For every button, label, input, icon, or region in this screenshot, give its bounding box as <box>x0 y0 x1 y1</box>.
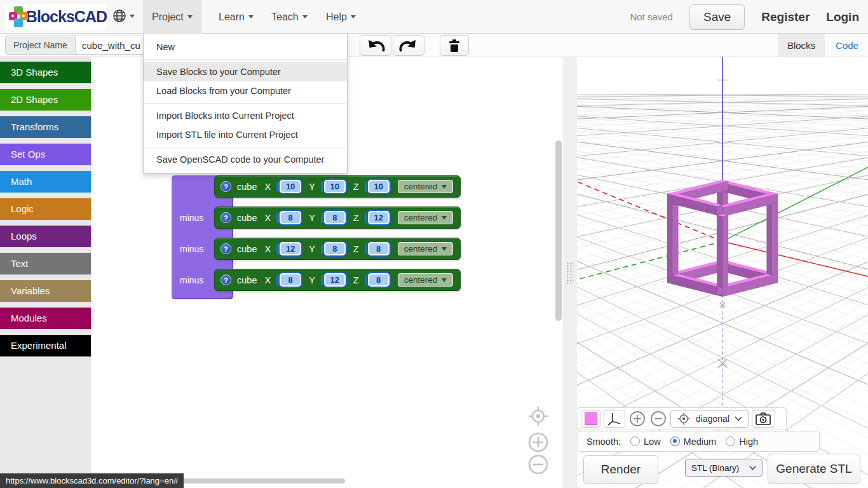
trash-icon <box>446 37 463 54</box>
redo-button[interactable] <box>393 35 424 56</box>
toggle-axes-button[interactable] <box>604 410 625 428</box>
viewport-zoom-in-button[interactable] <box>628 410 646 428</box>
z-value-field[interactable]: 8 <box>368 242 390 255</box>
splitter-handle[interactable] <box>566 262 574 285</box>
sidebar-item-transforms[interactable]: Transforms <box>0 116 91 138</box>
cube-block-row: minus?cubeX8Y8Z12centered <box>179 207 461 229</box>
x-param-label: X <box>264 275 271 285</box>
sidebar-item-modules[interactable]: Modules <box>0 308 91 329</box>
project-menu-button[interactable]: Project <box>143 0 202 34</box>
viewport-zoom-out-button[interactable] <box>649 410 667 428</box>
smooth-radio-medium[interactable]: Medium <box>670 437 717 447</box>
sidebar-item-text[interactable]: Text <box>0 253 91 274</box>
x-value-field[interactable]: 10 <box>280 180 301 193</box>
blockscad-logo-icon <box>9 6 22 28</box>
cube-block[interactable]: ?cubeX8Y12Z8centered <box>214 269 461 291</box>
menu-item-new[interactable]: New <box>144 37 347 57</box>
render-button[interactable]: Render <box>583 455 658 484</box>
login-link[interactable]: Login <box>826 10 859 24</box>
x-param-label: X <box>264 213 271 223</box>
view-target-icon <box>677 412 691 426</box>
sidebar-item-variables[interactable]: Variables <box>0 280 91 302</box>
language-globe-button[interactable] <box>112 8 135 24</box>
blockscad-logo[interactable]: BlocksCAD <box>5 4 107 30</box>
sidebar-item-experimental[interactable]: Experimental <box>0 335 91 356</box>
tab-code[interactable]: Code <box>830 34 864 57</box>
x-value-field[interactable]: 12 <box>280 242 301 255</box>
sidebar-item-math[interactable]: Math <box>0 171 91 193</box>
axes-icon <box>607 411 622 426</box>
save-status-text: Not saved <box>630 11 673 22</box>
panel-splitter[interactable] <box>563 57 577 488</box>
sidebar-item-2d-shapes[interactable]: 2D Shapes <box>0 89 91 111</box>
smooth-radio-high[interactable]: High <box>726 437 758 447</box>
menu-item-save-openscad-code-to-your-computer[interactable]: Save OpenSCAD code to your Computer <box>144 150 347 169</box>
z-value-field[interactable]: 12 <box>368 211 390 224</box>
block-category-sidebar: 3D Shapes2D ShapesTransformsSet OpsMathL… <box>0 57 91 488</box>
y-value-field[interactable]: 10 <box>324 180 346 193</box>
z-value-field[interactable]: 8 <box>368 273 390 287</box>
radio-icon <box>630 437 640 446</box>
help-menu-button[interactable]: Help <box>317 0 365 34</box>
stl-format-select[interactable]: STL (Binary) <box>685 459 763 477</box>
help-icon[interactable]: ? <box>220 212 231 223</box>
model-color-button[interactable] <box>581 410 600 428</box>
viewport-toolbar: diagonal <box>578 407 787 430</box>
zoom-out-button[interactable] <box>529 456 547 473</box>
radio-icon <box>670 437 680 446</box>
sidebar-item-set-ops[interactable]: Set Ops <box>0 144 91 165</box>
help-icon[interactable]: ? <box>220 181 231 192</box>
centered-dropdown[interactable]: centered <box>398 211 454 224</box>
menu-item-save-blocks-to-your-computer[interactable]: Save Blocks to your Computer <box>144 62 347 81</box>
x-value-field[interactable]: 8 <box>280 273 301 287</box>
zoom-in-button[interactable] <box>529 433 547 451</box>
dropdown-caret-icon <box>442 185 447 189</box>
z-value-field[interactable]: 10 <box>368 180 390 193</box>
screenshot-button[interactable] <box>752 410 775 428</box>
undo-button[interactable] <box>360 35 391 56</box>
view-preset-select[interactable]: diagonal <box>670 410 749 428</box>
cube-block-row: minus?cubeX8Y12Z8centered <box>179 269 461 291</box>
sidebar-item-logic[interactable]: Logic <box>0 198 91 220</box>
cube-block[interactable]: ?cubeX8Y8Z12centered <box>214 207 461 229</box>
workspace-horizontal-scrollbar[interactable] <box>161 478 345 484</box>
sidebar-item-3d-shapes[interactable]: 3D Shapes <box>0 62 91 83</box>
model-wireframe-cube[interactable] <box>667 180 778 297</box>
cube-block[interactable]: ?cubeX12Y8Z8centered <box>214 238 461 260</box>
register-link[interactable]: Register <box>761 10 810 24</box>
zoom-reset-button[interactable] <box>529 407 548 426</box>
trash-button[interactable] <box>440 35 469 56</box>
y-param-label: Y <box>309 182 315 192</box>
x-value-field[interactable]: 8 <box>280 211 301 224</box>
sidebar-item-loops[interactable]: Loops <box>0 226 91 247</box>
y-param-label: Y <box>309 213 315 223</box>
generate-stl-button[interactable]: Generate STL <box>768 454 860 484</box>
menu-item-import-stl-file-into-current-project[interactable]: Import STL file into Current Project <box>144 125 347 144</box>
dropdown-caret-icon <box>442 247 447 251</box>
y-value-field[interactable]: 8 <box>324 242 346 255</box>
save-button[interactable]: Save <box>689 4 745 30</box>
tab-blocks[interactable]: Blocks <box>778 34 825 57</box>
menu-item-load-blocks-from-your-computer[interactable]: Load Blocks from your Computer <box>144 81 347 100</box>
learn-menu-button[interactable]: Learn <box>210 0 262 34</box>
y-param-label: Y <box>309 275 315 285</box>
link-status-url: https://www.blockscad3d.com/editor/?lang… <box>0 473 184 488</box>
help-icon[interactable]: ? <box>220 243 231 254</box>
cube-block[interactable]: ?cubeX10Y10Z10centered <box>214 175 461 198</box>
minus-label: minus <box>179 275 214 285</box>
smooth-radio-low[interactable]: Low <box>630 437 661 447</box>
workspace-vertical-scrollbar[interactable] <box>555 140 562 321</box>
teach-menu-button[interactable]: Teach <box>262 0 316 34</box>
caret-down-icon <box>187 15 193 18</box>
help-icon[interactable]: ? <box>220 274 231 285</box>
y-value-field[interactable]: 12 <box>324 273 346 287</box>
y-value-field[interactable]: 8 <box>324 211 346 224</box>
centered-dropdown[interactable]: centered <box>398 273 454 287</box>
cube-block-row: minus?cubeX12Y8Z8centered <box>179 238 461 260</box>
menu-item-import-blocks-into-current-project[interactable]: Import Blocks into Current Project <box>144 106 347 125</box>
3d-viewport[interactable]: diagonal Smooth: LowMediumHigh Render ST… <box>577 57 868 488</box>
centered-dropdown[interactable]: centered <box>398 242 454 255</box>
color-swatch <box>585 412 597 425</box>
z-param-label: Z <box>353 275 359 285</box>
centered-dropdown[interactable]: centered <box>398 180 454 193</box>
